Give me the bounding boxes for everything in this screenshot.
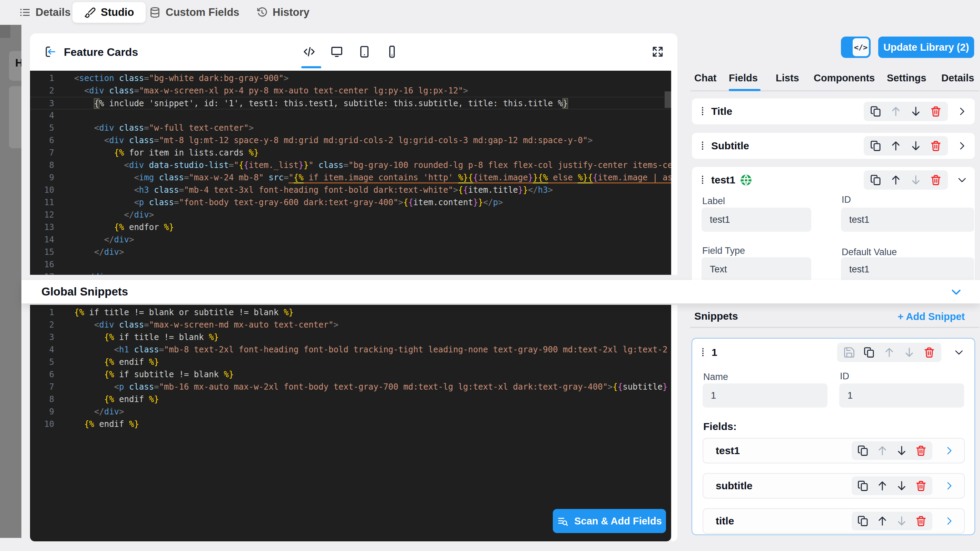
tab-studio-label: Studio (101, 6, 134, 19)
sidebar-tab-components[interactable]: Components (814, 72, 875, 84)
editor-scrollbar[interactable] (665, 91, 671, 108)
copy-icon (870, 140, 881, 152)
global-snippets-title: Global Snippets (41, 285, 128, 298)
duplicate-button[interactable] (857, 445, 869, 457)
move-up-button[interactable] (877, 445, 888, 457)
move-field-down-button[interactable] (910, 174, 922, 186)
open-field-button[interactable] (944, 446, 955, 456)
field-id-input[interactable] (841, 208, 974, 232)
code-editor-main[interactable]: 1<section class="bg-white dark:bg-gray-9… (30, 71, 671, 275)
collapse-global-snippets-button[interactable] (950, 286, 962, 298)
arrow-up-icon (877, 480, 888, 492)
code-editor-global-snippets[interactable]: 1{% if title != blank or subtitle != bla… (30, 305, 671, 541)
move-field-down-button[interactable] (910, 140, 922, 152)
scan-add-fields-label: Scan & Add Fields (574, 516, 662, 527)
move-field-down-button[interactable] (910, 105, 922, 117)
collapse-field-button[interactable] (957, 175, 967, 185)
arrow-down-icon (896, 480, 908, 492)
duplicate-field-button[interactable] (870, 105, 881, 117)
duplicate-field-button[interactable] (870, 140, 881, 152)
sidebar-tab-chat[interactable]: Chat (694, 72, 716, 84)
active-view-underline (301, 66, 321, 68)
duplicate-button[interactable] (857, 515, 869, 527)
move-down-button[interactable] (896, 480, 908, 492)
open-field-button[interactable] (944, 481, 955, 491)
drag-handle-icon[interactable] (701, 175, 704, 185)
move-field-up-button[interactable] (890, 140, 902, 152)
sidebar-tab-settings[interactable]: Settings (887, 72, 926, 84)
sidebar-tab-details[interactable]: Details (941, 72, 974, 84)
active-tab-underline (729, 89, 760, 91)
tab-studio[interactable]: Studio (72, 2, 146, 23)
expand-field-button[interactable] (957, 106, 967, 116)
scan-add-fields-button[interactable]: Scan & Add Fields (553, 509, 666, 533)
open-field-button[interactable] (944, 516, 955, 526)
duplicate-field-button[interactable] (870, 174, 881, 186)
snippet-name-input[interactable] (703, 383, 827, 408)
code-view-button[interactable] (302, 45, 316, 58)
move-down-button[interactable] (896, 515, 908, 527)
move-field-up-button[interactable] (890, 105, 902, 117)
delete-button[interactable] (915, 480, 927, 492)
add-snippet-button[interactable]: + Add Snippet (897, 311, 965, 322)
field-type-label: Field Type (702, 246, 745, 256)
expand-field-button[interactable] (957, 141, 967, 151)
drag-handle-icon[interactable] (701, 141, 704, 151)
database-icon (149, 6, 161, 18)
move-up-button[interactable] (877, 515, 888, 527)
update-library-button[interactable]: Update Library (2) (878, 37, 974, 58)
delete-field-button[interactable] (930, 140, 942, 152)
collapse-panel-button[interactable] (44, 45, 57, 58)
snippet-field-label: subtitle (716, 480, 752, 492)
delete-field-button[interactable] (930, 174, 942, 186)
copy-icon (863, 346, 875, 358)
delete-snippet-button[interactable] (923, 346, 935, 358)
duplicate-snippet-button[interactable] (863, 346, 875, 358)
drag-handle-icon[interactable] (701, 106, 704, 116)
field-type-select[interactable] (702, 257, 811, 281)
top-tab-bar: Details Studio Custom Fields History (0, 0, 980, 25)
delete-field-button[interactable] (930, 105, 942, 117)
snippet-field-row-subtitle: subtitle (703, 473, 965, 499)
chevron-right-icon (944, 446, 955, 456)
move-snippet-up-button[interactable] (883, 346, 895, 358)
duplicate-button[interactable] (857, 480, 869, 492)
field-label: Title (711, 105, 732, 117)
snippets-heading: Snippets (694, 310, 738, 322)
delete-button[interactable] (915, 445, 927, 457)
collapse-snippet-button[interactable] (954, 347, 964, 357)
desktop-preview-button[interactable] (330, 45, 344, 58)
tablet-preview-button[interactable] (358, 45, 371, 58)
snippet-fields-label: Fields: (703, 421, 737, 432)
sidebar-tab-lists[interactable]: Lists (776, 72, 799, 84)
tab-custom-fields-label: Custom Fields (165, 6, 239, 19)
snippet-field-label: test1 (716, 445, 740, 457)
trash-icon (915, 445, 927, 457)
global-snippets-header: Global Snippets (21, 280, 980, 303)
tab-custom-fields[interactable]: Custom Fields (149, 0, 239, 25)
trash-icon (923, 346, 935, 358)
move-down-button[interactable] (896, 445, 908, 457)
tab-history[interactable]: History (256, 0, 310, 25)
chevron-down-icon (954, 347, 964, 357)
default-value-label: Default Value (842, 247, 897, 257)
copy-icon (870, 174, 881, 186)
arrow-up-icon (883, 346, 895, 358)
phone-preview-button[interactable] (385, 45, 399, 58)
move-snippet-down-button[interactable] (904, 346, 915, 358)
snippet-id-input[interactable] (839, 383, 964, 408)
code-mode-toggle[interactable]: </> (841, 37, 870, 58)
scan-list-icon (557, 515, 569, 527)
field-label-input[interactable] (702, 208, 811, 232)
sidebar-tab-fields[interactable]: Fields (729, 72, 758, 84)
snippet-field-actions (852, 512, 932, 530)
move-field-up-button[interactable] (890, 174, 902, 186)
delete-button[interactable] (915, 515, 927, 527)
save-snippet-button[interactable] (843, 346, 855, 358)
tab-details[interactable]: Details (19, 0, 71, 25)
move-up-button[interactable] (877, 480, 888, 492)
default-value-input[interactable] (841, 257, 974, 281)
arrow-down-icon (910, 105, 922, 117)
drag-handle-icon[interactable] (701, 347, 705, 357)
fullscreen-button[interactable] (651, 45, 664, 58)
